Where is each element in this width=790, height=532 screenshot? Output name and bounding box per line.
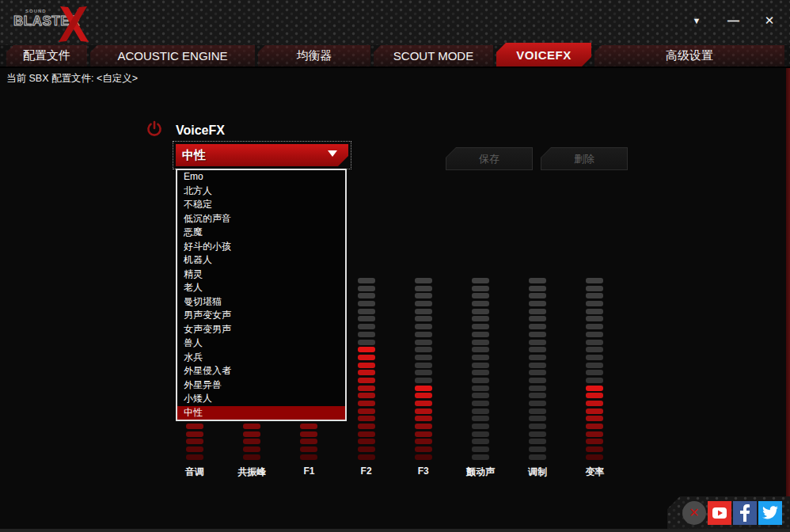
preset-option[interactable]: 北方人 [177, 184, 345, 199]
tab-scout-mode[interactable]: SCOUT MODE [374, 45, 493, 66]
preset-option[interactable]: 小矮人 [177, 392, 345, 406]
slider-label: 共振峰 [220, 466, 283, 479]
slider-segment [472, 293, 489, 298]
slider-segment [415, 324, 432, 329]
slider-segment [586, 332, 603, 337]
preset-option[interactable]: Emo [177, 170, 345, 184]
slider-segment [586, 363, 603, 368]
slider-segment [358, 431, 375, 437]
slider-segment [529, 386, 546, 391]
tab-label: SCOUT MODE [393, 49, 473, 63]
tab-label: ACOUSTIC ENGINE [117, 49, 227, 63]
slider-segment [358, 378, 375, 383]
voicefx-slider-rate[interactable]: 变率 [586, 278, 603, 462]
preset-option[interactable]: 好斗的小孩 [177, 240, 345, 254]
preset-dropdown[interactable]: 中性 [176, 144, 348, 166]
voicefx-slider-f3[interactable]: F3 [415, 278, 432, 462]
slider-segment [186, 454, 203, 460]
slider-segment [415, 424, 432, 429]
slider-segment [529, 278, 546, 283]
slider-segment [243, 439, 260, 444]
slider-segment [358, 363, 375, 368]
slider-segment [415, 301, 432, 306]
preset-option[interactable]: 兽人 [177, 336, 345, 351]
slider-segment [358, 401, 375, 406]
slider-segment [415, 454, 432, 460]
slider-segment [586, 340, 603, 345]
preset-option[interactable]: 低沉的声音 [177, 212, 345, 226]
preset-option[interactable]: 外星异兽 [177, 378, 345, 393]
slider-segment [358, 316, 375, 321]
voicefx-slider-tremor[interactable]: 颤动声 [472, 278, 489, 462]
slider-segment [586, 446, 603, 452]
slider-segment [415, 332, 432, 337]
slider-segment [358, 340, 375, 345]
preset-dropdown-list: Emo北方人不稳定低沉的声音恶魔好斗的小孩机器人精灵老人曼切堪猫男声变女声女声变… [176, 169, 347, 421]
slider-segment [529, 332, 546, 337]
voicefx-slider-f2[interactable]: F2 [358, 278, 375, 462]
slider-label: F2 [335, 466, 398, 477]
window-controls: ▼ — ✕ [689, 13, 777, 28]
preset-option[interactable]: 恶魔 [177, 226, 345, 240]
facebook-icon[interactable] [733, 501, 757, 525]
preset-option[interactable]: 女声变男声 [177, 323, 345, 337]
save-button[interactable]: 保存 [446, 147, 533, 170]
slider-segment [586, 416, 603, 421]
tab-equalizer[interactable]: 均衡器 [258, 45, 370, 66]
tab-voicefx[interactable]: VOICEFX [496, 43, 591, 66]
preset-option[interactable]: 精灵 [177, 268, 345, 282]
slider-segment [472, 370, 489, 375]
slider-segment [529, 293, 546, 298]
voicefx-power-button[interactable] [146, 120, 163, 138]
preset-option[interactable]: 中性 [177, 406, 345, 420]
slider-segment [472, 324, 489, 329]
tab-bar: 配置文件 ACOUSTIC ENGINE 均衡器 SCOUT MODE VOIC… [0, 45, 790, 66]
blasterx-logo-icon[interactable]: ✕ [682, 501, 706, 525]
slider-label: 颤动声 [449, 466, 512, 479]
slider-segment [529, 324, 546, 329]
slider-segment [586, 386, 603, 391]
slider-segment [415, 316, 432, 321]
slider-segment [472, 446, 489, 452]
preset-option[interactable]: 老人 [177, 281, 345, 295]
preset-option[interactable]: 不稳定 [177, 198, 345, 212]
youtube-icon[interactable] [708, 501, 731, 525]
tab-profiles[interactable]: 配置文件 [6, 45, 87, 66]
tab-advanced-settings[interactable]: 高级设置 [594, 45, 784, 66]
close-icon[interactable]: ✕ [762, 13, 777, 28]
preset-option[interactable]: 男声变女声 [177, 309, 345, 323]
delete-button[interactable]: 删除 [541, 147, 628, 170]
slider-segment [358, 309, 375, 314]
minimize-icon[interactable]: — [725, 13, 741, 28]
slider-segment [472, 278, 489, 283]
slider-segment [586, 301, 603, 306]
slider-segment [415, 370, 432, 375]
slider-segment [472, 363, 489, 368]
slider-segment [529, 424, 546, 429]
slider-segment [529, 309, 546, 314]
preset-option[interactable]: 机器人 [177, 253, 345, 268]
tab-label: 高级设置 [666, 48, 713, 63]
slider-segment [415, 378, 432, 383]
twitter-icon[interactable] [758, 501, 782, 525]
slider-segment [472, 347, 489, 352]
slider-segment [472, 424, 489, 429]
voicefx-slider-modulation[interactable]: 调制 [529, 278, 546, 462]
preset-option[interactable]: 曼切堪猫 [177, 295, 345, 310]
slider-segment [586, 401, 603, 406]
slider-segment [358, 286, 375, 291]
slider-segment [358, 439, 375, 444]
window-menu-icon[interactable]: ▼ [689, 13, 705, 28]
title-bar: SOUND BLASTER ▼ — ✕ [0, 0, 790, 45]
slider-segment [358, 370, 375, 375]
preset-option[interactable]: 外星侵入者 [177, 364, 345, 378]
slider-segment [358, 301, 375, 306]
brand-x-icon [57, 6, 90, 46]
tab-acoustic-engine[interactable]: ACOUSTIC ENGINE [90, 45, 255, 66]
slider-segment [529, 446, 546, 452]
slider-segment [529, 378, 546, 383]
slider-segment [586, 424, 603, 429]
slider-segment [358, 454, 375, 460]
preset-option[interactable]: 水兵 [177, 351, 345, 365]
slider-segment [472, 316, 489, 321]
